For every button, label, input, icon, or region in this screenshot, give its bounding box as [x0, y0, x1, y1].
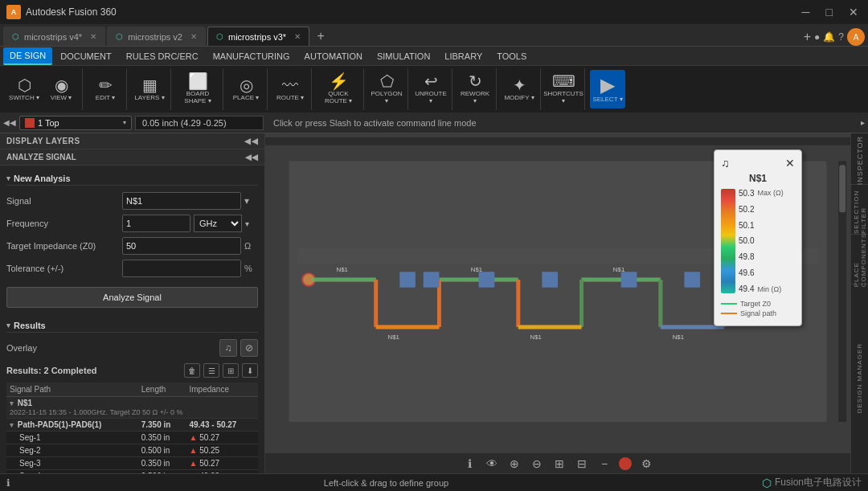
place-components-label[interactable]: Place Components [853, 233, 867, 287]
toolbar: ⬡ SWITCH ▾ ◉ VIEW ▾ ✏ EDIT ▾ ▦ LAYERS ▾ … [0, 66, 868, 113]
analyze-signal-title: ANALYZE SIGNAL [6, 153, 76, 162]
layer-selector[interactable]: 1 Top ▾ [19, 116, 132, 130]
table-row[interactable]: Seg-3 0.350 in ▲ 50.27 [6, 457, 258, 470]
overlay-circle-button[interactable]: ⊘ [240, 339, 258, 357]
signal-dropdown-btn[interactable]: ▾ [244, 195, 258, 207]
table-row[interactable]: Seg-1 0.350 in ▲ 50.27 [6, 432, 258, 444]
select-icon: ▶ [600, 76, 615, 95]
overlay-view-button[interactable]: ♫ [219, 339, 237, 357]
unroute-button[interactable]: ↩ UNROUTE ▾ [413, 70, 448, 108]
frequency-unit-select[interactable]: GHz MHz [194, 215, 242, 232]
tolerance-input[interactable] [122, 260, 241, 277]
switch-button[interactable]: ⬡ SWITCH ▾ [6, 70, 42, 108]
zoom-fit-button[interactable]: ⊞ [551, 456, 567, 472]
shortcuts-icon: ⌨ [552, 73, 575, 89]
legend-max-value: 50.3 [739, 189, 754, 198]
add-tab-icon[interactable]: + [804, 30, 811, 44]
selection-filter-label[interactable]: Selection Filter [853, 186, 867, 234]
table-row[interactable]: ▾ Path-PAD5(1)-PAD6(1) 7.350 in 49.43 - … [6, 419, 258, 432]
panel-collapse-button[interactable]: ◀◀ [244, 137, 258, 145]
modify-label: MODIFY ▾ [504, 95, 534, 102]
menu-tools[interactable]: TOOLS [490, 47, 533, 65]
frequency-arrow[interactable]: ▾ [245, 219, 258, 228]
new-tab-button[interactable]: + [311, 27, 330, 46]
tab-close-icon[interactable]: ✕ [190, 32, 197, 41]
seg3-name-cell: Seg-3 [6, 457, 138, 470]
place-button[interactable]: ◎ PLACE ▾ [228, 70, 264, 108]
expand-right-icon[interactable]: ▸ [861, 118, 865, 127]
analyze-panel-collapse[interactable]: ◀◀ [245, 153, 258, 162]
menu-automation[interactable]: AUTOMATION [298, 47, 369, 65]
delete-result-button[interactable]: 🗑 [184, 363, 200, 378]
layer-dropdown-arrow: ▾ [123, 119, 126, 126]
help-icon[interactable]: ? [838, 31, 844, 43]
quick-route-button[interactable]: ⚡ QUICK ROUTE ▾ [317, 70, 360, 108]
close-button[interactable]: ✕ [845, 4, 862, 20]
table-row[interactable]: Seg-4 0.500 in ▼ 49.83 [6, 470, 258, 474]
menu-manufacturing[interactable]: MANUFACTURING [207, 47, 297, 65]
unroute-icon: ↩ [424, 73, 438, 89]
frequency-label: Frequency [6, 219, 119, 228]
grid-view-button[interactable]: ⊞ [223, 363, 239, 378]
canvas-area[interactable]: N$1 N$1 N$1 N$1 N$1 N$1 N$1 [265, 133, 850, 473]
menu-library[interactable]: LIBRARY [438, 47, 489, 65]
impedance-unit: Ω [244, 241, 258, 251]
seg2-length-cell: 0.500 in [138, 444, 186, 457]
seg2-impedance-cell: ▲ 50.25 [186, 444, 258, 457]
tab-microstrips-v2[interactable]: ⬡ microstrips v2 ✕ [107, 27, 206, 46]
tab-close-icon[interactable]: ✕ [294, 32, 301, 41]
menu-rules[interactable]: RULES DRC/ERC [120, 47, 205, 65]
table-row[interactable]: Seg-2 0.500 in ▲ 50.25 [6, 444, 258, 457]
switch-icon: ⬡ [18, 77, 31, 93]
select-button[interactable]: ▶ SELECT ▾ [590, 70, 625, 108]
user-avatar[interactable]: A [847, 28, 865, 46]
minimize-button[interactable]: ─ [799, 4, 813, 20]
legend-header: ♫ ✕ [721, 157, 795, 170]
layers-button[interactable]: ▦ LAYERS ▾ [132, 70, 167, 108]
rework-button[interactable]: ↻ REWORK ▾ [457, 70, 493, 108]
menu-simulation[interactable]: SIMULATION [371, 47, 436, 65]
edit-button[interactable]: ✏ EDIT ▾ [88, 70, 123, 108]
tab-microstrips-v4[interactable]: ⬡ microstrips v4* ✕ [3, 27, 105, 46]
inspector-label[interactable]: Inspector [856, 136, 864, 185]
polygon-button[interactable]: ⬠ POLYGON ▾ [369, 70, 404, 108]
tab-options-icon[interactable]: ● [814, 31, 820, 43]
menu-design[interactable]: DE SIGN [3, 47, 52, 65]
analyze-signal-header: ANALYZE SIGNAL ◀◀ [0, 149, 264, 166]
restore-button[interactable]: □ [823, 4, 836, 20]
legend-close-button[interactable]: ✕ [785, 157, 795, 170]
minus-button[interactable]: − [596, 456, 612, 472]
zoom-out-button[interactable]: ⊖ [529, 456, 545, 472]
legend-icon[interactable]: ♫ [721, 157, 730, 170]
tab-close-icon[interactable]: ✕ [90, 32, 96, 41]
status-bar: ℹ Left-click & drag to define group ⬡ Fu… [0, 473, 868, 491]
route-button[interactable]: 〰 ROUTE ▾ [272, 70, 308, 108]
collapse-left-icon[interactable]: ◀◀ [3, 118, 16, 127]
tab-icon: ⬡ [216, 32, 223, 41]
grid-button[interactable]: ⊟ [574, 456, 590, 472]
notifications-icon[interactable]: 🔔 [823, 31, 835, 43]
export-button[interactable]: ⬇ [242, 363, 258, 378]
info-button[interactable]: ℹ [461, 456, 477, 472]
seg4-impedance-cell: ▼ 49.83 [186, 470, 258, 474]
tab-microstrips-v3[interactable]: ⬡ microstrips v3* ✕ [207, 27, 309, 46]
layer-toggle-button[interactable] [619, 457, 632, 470]
legend-min-value: 49.4 [739, 284, 754, 293]
analyze-signal-button[interactable]: Analyze Signal [6, 287, 258, 308]
table-row[interactable]: ▾ N$1 2022-11-15 15:35 - 1.000GHz. Targe… [6, 397, 258, 419]
status-icon-1[interactable]: ℹ [6, 477, 10, 489]
frequency-input[interactable] [122, 215, 190, 232]
rework-label: REWORK ▾ [459, 91, 491, 105]
eye-button[interactable]: 👁 [484, 456, 500, 472]
menu-document[interactable]: DOCUMENT [54, 47, 118, 65]
settings-button[interactable]: ⚙ [638, 456, 654, 472]
target-impedance-input[interactable] [122, 237, 241, 255]
view-button[interactable]: ◉ VIEW ▾ [43, 70, 79, 108]
board-shape-button[interactable]: ⬜ BOARD SHAPE ▾ [176, 70, 219, 108]
design-manager-label[interactable]: Design Manager [856, 343, 863, 413]
signal-input[interactable] [122, 192, 241, 210]
shortcuts-button[interactable]: ⌨ SHORTCUTS ▾ [546, 70, 581, 108]
list-view-button[interactable]: ☰ [203, 363, 219, 378]
modify-button[interactable]: ✦ MODIFY ▾ [502, 70, 537, 108]
zoom-in-button[interactable]: ⊕ [506, 456, 522, 472]
